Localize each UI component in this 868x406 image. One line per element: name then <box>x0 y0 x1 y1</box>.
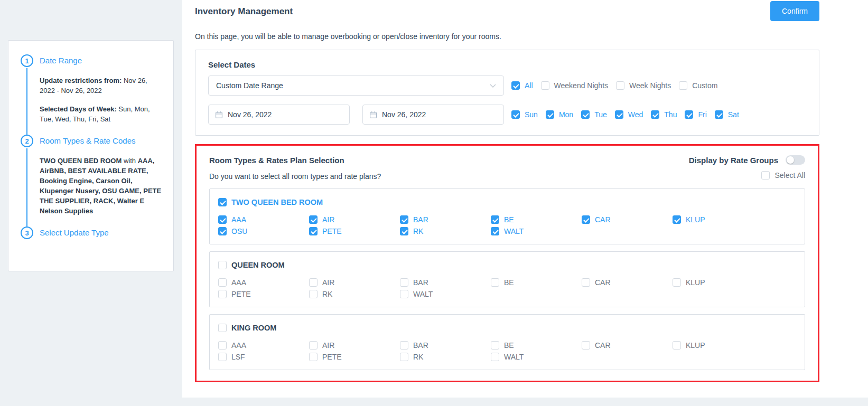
rate-code-checkbox-walt[interactable]: WALT <box>400 290 491 298</box>
day-checkbox-tue[interactable]: Tue <box>581 110 607 119</box>
step-content: Select Update Type <box>34 226 163 247</box>
checkbox-label: RK <box>413 227 423 235</box>
room-type-checkbox-two-queen-bed-room[interactable]: TWO QUEEN BED ROOM <box>218 198 323 206</box>
checkbox-icon <box>511 110 520 119</box>
checkbox-label: Week Nights <box>629 81 671 90</box>
checkbox-icon <box>615 110 623 119</box>
rate-code-checkbox-pete[interactable]: PETE <box>309 353 400 361</box>
start-date-input[interactable]: Nov 26, 2022 <box>208 105 350 125</box>
step-rail: 2 <box>20 135 34 226</box>
rate-code-checkbox-lsf[interactable]: LSF <box>218 353 309 361</box>
rate-code-checkbox-aaa[interactable]: AAA <box>218 341 309 350</box>
checkbox-label: KLUP <box>686 341 705 350</box>
checkbox-label: WALT <box>504 353 524 361</box>
end-date-value: Nov 26, 2022 <box>382 110 426 119</box>
checkbox-icon <box>491 227 499 235</box>
checkbox-label: PETE <box>322 353 342 361</box>
rate-code-checkbox-osu[interactable]: OSU <box>218 227 309 235</box>
checkbox-icon <box>616 81 624 90</box>
step-label-date-range[interactable]: Date Range <box>40 54 163 67</box>
checkbox-label: Wed <box>628 110 643 119</box>
select-all-wrap: Select All <box>761 171 805 182</box>
night-option-custom[interactable]: Custom <box>679 81 717 90</box>
day-checkbox-wed[interactable]: Wed <box>615 110 643 119</box>
rate-code-checkbox-aaa[interactable]: AAA <box>218 278 309 287</box>
checkbox-icon <box>715 110 723 119</box>
day-checkbox-mon[interactable]: Mon <box>546 110 573 119</box>
night-option-weekend-nights[interactable]: Weekend Nights <box>541 81 608 90</box>
date-range-type-select[interactable]: Custom Date Range <box>208 75 504 96</box>
checkbox-label: QUEEN ROOM <box>231 261 285 269</box>
rate-code-checkbox-be[interactable]: BE <box>491 341 582 350</box>
checkbox-icon <box>218 261 227 269</box>
checkbox-icon <box>491 341 499 350</box>
checkbox-label: Tue <box>594 110 607 119</box>
rate-code-checkbox-rk[interactable]: RK <box>309 290 400 298</box>
checkbox-label: Weekend Nights <box>554 81 608 90</box>
night-option-all[interactable]: All <box>511 81 533 90</box>
rate-code-checkbox-walt[interactable]: WALT <box>491 227 582 235</box>
night-option-week-nights[interactable]: Week Nights <box>616 81 671 90</box>
checkbox-icon <box>761 171 770 180</box>
day-checkbox-fri[interactable]: Fri <box>685 110 706 119</box>
step-label-select-update-type[interactable]: Select Update Type <box>40 226 163 239</box>
checkbox-icon <box>309 215 318 224</box>
day-checkbox-sun[interactable]: Sun <box>511 110 538 119</box>
day-checkbox-thu[interactable]: Thu <box>651 110 677 119</box>
room-types-rates-panel: Room Types & Rates Plan Selection Displa… <box>195 144 819 382</box>
checkbox-icon <box>673 341 681 350</box>
rate-code-checkbox-be[interactable]: BE <box>491 215 582 224</box>
display-by-rate-groups-toggle[interactable] <box>786 155 805 165</box>
calendar-icon <box>215 111 223 119</box>
step-number-badge: 2 <box>21 135 33 147</box>
step-label-room-types-rate-codes[interactable]: Room Types & Rate Codes <box>40 135 163 147</box>
rate-code-checkbox-klup[interactable]: KLUP <box>673 278 763 287</box>
rate-code-checkbox-air[interactable]: AIR <box>309 278 400 287</box>
confirm-button[interactable]: Confirm <box>770 1 819 21</box>
rate-code-checkbox-aaa[interactable]: AAA <box>218 215 309 224</box>
end-date-input[interactable]: Nov 26, 2022 <box>362 105 504 125</box>
rate-code-checkbox-be[interactable]: BE <box>491 278 582 287</box>
dates-grid: Custom Date Range <box>208 75 806 125</box>
rate-code-checkbox-pete[interactable]: PETE <box>309 227 400 235</box>
rate-code-checkbox-rk[interactable]: RK <box>400 227 491 235</box>
rate-code-checkbox-air[interactable]: AIR <box>309 341 400 350</box>
checkbox-label: KLUP <box>686 278 705 287</box>
checkbox-label: BAR <box>413 278 428 287</box>
checkbox-icon <box>400 341 408 350</box>
checkbox-icon <box>218 353 227 361</box>
checkbox-label: BE <box>504 278 514 287</box>
rate-code-checkbox-car[interactable]: CAR <box>582 341 673 350</box>
checkbox-label: AIR <box>322 278 334 287</box>
room-type-checkbox-queen-room[interactable]: QUEEN ROOM <box>218 261 285 269</box>
stepper-sidebar: 1Date RangeUpdate restrictions from: Nov… <box>0 0 182 406</box>
select-all-checkbox[interactable]: Select All <box>761 171 805 180</box>
room-cards-list: TWO QUEEN BED ROOMAAAAIRBARBECARKLUPOSUP… <box>209 188 805 370</box>
step-detail: Update restrictions from: Nov 26, 2022 -… <box>40 75 163 96</box>
rate-code-checkbox-bar[interactable]: BAR <box>400 278 491 287</box>
checkbox-label: LSF <box>231 353 245 361</box>
checkbox-icon <box>511 81 520 90</box>
rate-code-checkbox-klup[interactable]: KLUP <box>673 341 763 350</box>
rate-code-checkbox-car[interactable]: CAR <box>582 278 673 287</box>
checkbox-label: KLUP <box>686 215 705 224</box>
rate-code-checkbox-car[interactable]: CAR <box>582 215 673 224</box>
rate-code-checkbox-rk[interactable]: RK <box>400 353 491 361</box>
rate-code-checkbox-walt[interactable]: WALT <box>491 353 582 361</box>
rate-code-checkbox-pete[interactable]: PETE <box>218 290 309 298</box>
page-subtitle: On this page, you will be able to manage… <box>195 32 819 41</box>
display-by-rate-groups: Display by Rate Groups <box>689 155 805 165</box>
rate-code-checkbox-bar[interactable]: BAR <box>400 341 491 350</box>
room-type-checkbox-king-room[interactable]: KING ROOM <box>218 324 276 332</box>
rate-code-checkbox-bar[interactable]: BAR <box>400 215 491 224</box>
checkbox-icon <box>309 341 318 350</box>
rate-code-checkbox-klup[interactable]: KLUP <box>673 215 763 224</box>
checkbox-label: CAR <box>595 215 611 224</box>
checkbox-label: WALT <box>504 227 524 235</box>
checkbox-label: PETE <box>322 227 342 235</box>
day-checkbox-sat[interactable]: Sat <box>715 110 739 119</box>
checkbox-icon <box>400 227 408 235</box>
stepper-step-3: 3Select Update Type <box>20 226 163 247</box>
rate-code-checkbox-air[interactable]: AIR <box>309 215 400 224</box>
room-type-card-two-queen-bed-room: TWO QUEEN BED ROOMAAAAIRBARBECARKLUPOSUP… <box>209 188 805 244</box>
